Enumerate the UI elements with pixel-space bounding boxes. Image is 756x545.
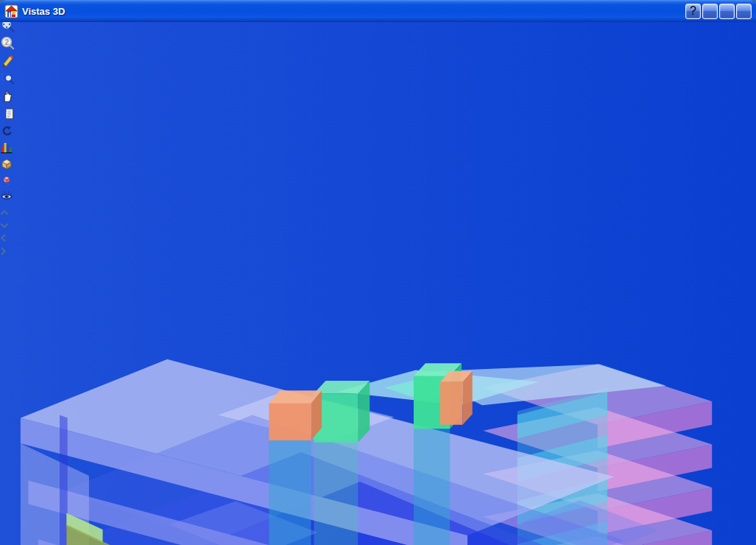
- undo-rotation-icon: [0, 124, 13, 138]
- rotate-right-button[interactable]: [0, 245, 756, 259]
- chevron-down-icon: [0, 222, 9, 229]
- title-bar[interactable]: Vistas 3D ?: [0, 0, 756, 22]
- chart-view-button[interactable]: [0, 141, 756, 157]
- solid-box-icon: [0, 157, 13, 170]
- model-shafts: [259, 429, 450, 545]
- zoom-window-icon: [0, 71, 15, 85]
- vistas-3d-window: Vistas 3D ? R: [0, 0, 756, 545]
- zoom-window-button[interactable]: [0, 71, 756, 88]
- copy-view-button[interactable]: [0, 106, 756, 124]
- pan-button[interactable]: [0, 88, 756, 106]
- chevron-left-icon: [0, 233, 7, 242]
- pencil-icon: [0, 53, 15, 68]
- previous-zoom-button[interactable]: 2: [0, 35, 756, 53]
- rotate-left-button[interactable]: [0, 232, 756, 245]
- main-area: Z Y X Referencia Sc_Aparcamiento_1 Sc_Re…: [0, 124, 756, 545]
- window-title: Vistas 3D: [22, 6, 685, 17]
- minimize-button[interactable]: [702, 4, 718, 19]
- pan-hand-icon: [0, 88, 15, 103]
- undo-rotation-button[interactable]: [0, 124, 756, 141]
- eye-icon: [0, 189, 13, 203]
- solid-view-button[interactable]: [0, 157, 756, 173]
- 3d-viewport[interactable]: Z Y X: [0, 232, 756, 545]
- app-house-icon: [4, 4, 18, 18]
- rotate-down-button[interactable]: [0, 219, 756, 232]
- bar-chart-icon: [0, 141, 13, 154]
- building-model: Z Y X: [0, 259, 756, 545]
- visibility-button[interactable]: [0, 189, 756, 205]
- left-toolbar: [0, 124, 756, 232]
- help-icon: ?: [690, 4, 696, 18]
- chevron-up-icon: [0, 209, 9, 216]
- rotate-up-button[interactable]: [0, 205, 756, 219]
- rotate-cube-icon: [0, 173, 13, 186]
- svg-text:2: 2: [4, 38, 9, 46]
- close-button[interactable]: [736, 4, 752, 19]
- copy-view-icon: [0, 106, 15, 121]
- previous-zoom-icon: 2: [0, 35, 15, 50]
- measure-pencil-button[interactable]: [0, 53, 756, 71]
- help-button[interactable]: ?: [685, 4, 701, 19]
- chevron-right-icon: [0, 247, 7, 256]
- maximize-button[interactable]: [719, 4, 735, 19]
- rotate-view-button[interactable]: [0, 173, 756, 189]
- horizontal-rotation-scrollbar[interactable]: [0, 232, 756, 259]
